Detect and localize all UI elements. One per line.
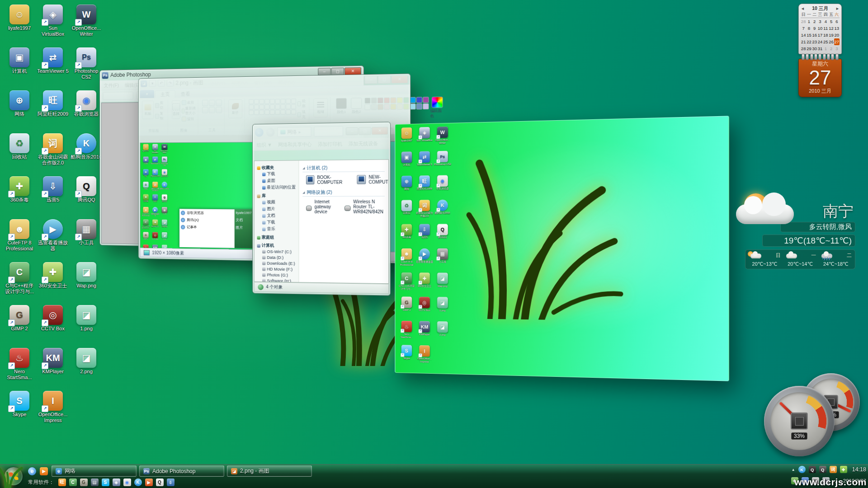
calendar-day[interactable]: 22 <box>806 38 811 45</box>
network-computer-item[interactable]: NEW-COMPUTER <box>357 174 388 185</box>
network-device-item[interactable]: Wireless N Router TL-WR842N/842N <box>344 199 388 214</box>
calendar-day[interactable]: 15 <box>806 32 811 38</box>
nav-library-item[interactable]: 文档 <box>257 212 299 219</box>
palette-color[interactable] <box>416 103 422 110</box>
calendar-day[interactable]: 1 <box>806 18 811 25</box>
task-button[interactable]: ◪ 2.png - 画图 <box>227 465 312 477</box>
task-button-icon: ◪ <box>231 468 237 474</box>
quick-launch-icon[interactable]: Q <box>156 479 164 486</box>
calendar-day[interactable]: 31 <box>817 45 823 52</box>
calendar-day[interactable]: 29 <box>806 45 811 52</box>
tray-expand-icon[interactable]: ▲ <box>792 468 795 472</box>
mini-desktop-icon: Ps↗ Photoshop CS2 <box>434 150 451 175</box>
nav-drive-item[interactable]: OS-Win7 (C:) <box>257 249 299 255</box>
nav-library-item[interactable]: 图片 <box>257 206 299 212</box>
network-computer-item[interactable]: BOOK-COMPUTER <box>306 175 345 185</box>
nav-library-item[interactable]: 视频 <box>257 199 299 206</box>
calendar-day[interactable]: 10 <box>817 25 823 32</box>
calendar-day[interactable]: 17 <box>817 32 823 38</box>
group-header-devices[interactable]: ◢ 网络设施 (2) <box>302 189 385 197</box>
quick-launch-icon[interactable]: ▶ <box>145 479 153 486</box>
flip3d-desktop-layer[interactable]: ☺↗ liyafe1997 ▣↗ 计算机 ⊕↗ 网络 ♻↗ 回收站 ✚↗ 360… <box>395 116 729 381</box>
quick-launch-icon[interactable]: G <box>80 479 88 486</box>
calendar-prev-icon[interactable]: ◄ <box>801 6 805 11</box>
libraries-header[interactable]: 库 <box>257 193 299 199</box>
task-button[interactable]: ⊕ 网络 <box>52 465 137 477</box>
palette-color[interactable] <box>416 97 422 103</box>
calendar-day[interactable]: 19 <box>828 32 834 38</box>
calendar-day[interactable]: 5 <box>828 18 834 25</box>
tray-icon[interactable]: ✚ <box>840 466 847 473</box>
calendar-day[interactable]: 16 <box>812 32 817 38</box>
calendar-day[interactable]: 14 <box>801 32 806 38</box>
cpu-meter-gadget[interactable]: 93% 33% <box>764 373 863 450</box>
computer-header[interactable]: 计算机 <box>257 243 299 249</box>
quick-launch-icon[interactable]: 旺 <box>58 479 66 486</box>
palette-color[interactable] <box>423 103 429 110</box>
taskbar-clock[interactable]: 14:18 <box>852 466 866 473</box>
group-header-computers[interactable]: ◢ 计算机 (2) <box>302 164 385 173</box>
calendar-day[interactable]: 3 <box>834 45 840 52</box>
calendar-day[interactable]: 11 <box>823 25 828 32</box>
calendar-day[interactable]: 18 <box>823 32 828 38</box>
weather-gadget[interactable]: 南宁 多云转阴,微风 19℃(18℃~11℃) 日 20℃~13℃ 一 20℃~… <box>745 203 855 269</box>
quick-launch-icon[interactable]: ◈ <box>113 479 120 486</box>
nav-drive-item[interactable]: HD Movie (F:) <box>257 266 299 272</box>
nav-library-item[interactable]: 下载 <box>257 219 299 226</box>
calendar-day[interactable]: 6 <box>834 18 840 25</box>
homegroup-header[interactable]: 家庭组 <box>257 235 299 240</box>
calendar-day[interactable]: 24 <box>817 38 823 45</box>
calendar-next-icon[interactable]: ► <box>835 6 840 11</box>
tray-icon[interactable]: Q <box>819 466 826 473</box>
network-device-item[interactable]: Internet gateway device <box>306 199 336 214</box>
palette-color[interactable] <box>423 97 429 103</box>
calendar-day[interactable]: 23 <box>812 38 817 45</box>
weekday-label: 三 <box>817 12 823 18</box>
nav-drive-item[interactable]: Photos (G:) <box>257 272 299 278</box>
ie-taskbar-icon[interactable]: e <box>28 467 36 475</box>
edit-colors-button[interactable]: 编辑颜色 <box>430 97 444 119</box>
calendar-day[interactable]: 28 <box>801 18 806 25</box>
quick-launch-icon[interactable]: ⇩ <box>167 479 175 486</box>
nav-favorite-item[interactable]: 下载 <box>257 170 299 178</box>
nav-library-item[interactable]: 音乐 <box>257 226 299 233</box>
tray-icon[interactable]: 词 <box>830 466 837 473</box>
canvas-mini-icon: Ps Photoshop CS2 <box>160 156 169 169</box>
calendar-day[interactable]: 3 <box>817 18 823 25</box>
calendar-day[interactable]: 30 <box>812 45 817 52</box>
favorites-header[interactable]: 收藏夹 <box>257 164 299 171</box>
tray-icon[interactable]: Q <box>809 466 816 473</box>
calendar-day[interactable]: 26 <box>828 38 834 45</box>
calendar-day[interactable]: 27 <box>834 38 840 45</box>
quick-launch-icon[interactable]: C <box>69 479 77 486</box>
quick-launch-icon[interactable]: ◉ <box>123 479 131 486</box>
quick-launch-icon[interactable]: K <box>134 479 142 486</box>
calendar-day[interactable]: 25 <box>823 38 828 45</box>
calendar-day[interactable]: 4 <box>823 18 828 25</box>
calendar-day[interactable]: 8 <box>806 25 811 32</box>
weather-forecast: 日 20℃~13℃ 一 20℃~14℃ 二 24℃~18℃ <box>745 249 855 269</box>
calendar-gadget[interactable]: ◄ 10 三月 ► 日一二三四五六 2812345678910111213141… <box>798 4 842 97</box>
tray-icon[interactable]: K <box>798 466 806 473</box>
media-player-taskbar-icon[interactable]: ▶ <box>40 467 48 475</box>
calendar-day[interactable]: 2 <box>812 18 817 25</box>
nav-favorite-item[interactable]: 桌面 <box>257 177 299 184</box>
calendar-day[interactable]: 21 <box>801 38 806 45</box>
nav-favorite-item[interactable]: 最近访问的位置 <box>257 184 299 191</box>
window-explorer-network[interactable]: ← → 网络 ▸ – ◻ ✕ 组织 ▼网络和共享中心添加打印机添加无线设备 <box>252 122 391 296</box>
calendar-day[interactable]: 7 <box>801 25 806 32</box>
canvas-mini-icon: ▶ 迅雷看看播放器 <box>151 206 160 219</box>
calendar-day[interactable]: 1 <box>823 45 828 52</box>
nav-drive-item[interactable]: Data (D:) <box>257 254 299 261</box>
calendar-day[interactable]: 20 <box>834 32 840 38</box>
quick-launch-icon[interactable]: S <box>102 479 109 486</box>
calendar-day[interactable]: 9 <box>812 25 817 32</box>
calendar-day[interactable]: 2 <box>828 45 834 52</box>
task-button[interactable]: Ps Adobe Photoshop <box>139 465 224 477</box>
calendar-day[interactable]: 13 <box>834 25 840 32</box>
calendar-day[interactable]: 12 <box>828 25 834 32</box>
calendar-day[interactable]: 28 <box>801 45 806 52</box>
quick-launch-icon[interactable]: ▤ <box>91 479 99 486</box>
nav-drive-item[interactable]: Software (H:) <box>257 277 299 282</box>
nav-drive-item[interactable]: Downloads (E:) <box>257 260 299 267</box>
